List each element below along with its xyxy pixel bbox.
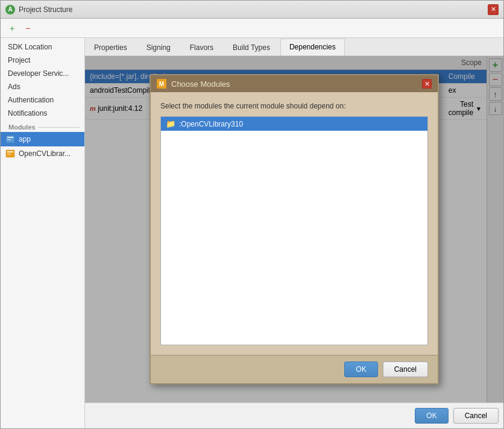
opencv-module-icon bbox=[5, 149, 15, 158]
sidebar-item-app[interactable]: app bbox=[1, 132, 84, 146]
sidebar-item-opencv[interactable]: OpenCVLibrar... bbox=[1, 146, 84, 161]
svg-rect-4 bbox=[7, 151, 13, 152]
sidebar-item-authentication[interactable]: Authentication bbox=[1, 93, 84, 107]
modal-ok-button[interactable]: OK bbox=[344, 362, 377, 377]
title-bar: A Project Structure ✕ bbox=[1, 1, 503, 19]
main-panel: Properties Signing Flavors Build Types D… bbox=[85, 38, 503, 428]
sidebar-item-ads[interactable]: Ads bbox=[1, 80, 84, 93]
modal-app-icon: M bbox=[157, 79, 166, 89]
svg-rect-2 bbox=[7, 139, 11, 140]
tab-properties[interactable]: Properties bbox=[85, 39, 136, 55]
sidebar-item-developer-services[interactable]: Developer Servic... bbox=[1, 67, 84, 80]
modal-body: Select the modules the current module sh… bbox=[151, 92, 438, 355]
main-window: A Project Structure ✕ + − SDK Location P… bbox=[0, 0, 504, 429]
tab-flavors[interactable]: Flavors bbox=[181, 39, 222, 55]
modal-footer: OK Cancel bbox=[151, 355, 438, 383]
sidebar-item-notifications[interactable]: Notifications bbox=[1, 107, 84, 120]
app-module-icon bbox=[5, 134, 15, 144]
tab-build-types[interactable]: Build Types bbox=[224, 39, 279, 55]
module-list-item[interactable]: 📁 :OpenCVLibrary310 bbox=[161, 117, 427, 131]
modal-instruction: Select the modules the current module sh… bbox=[160, 102, 428, 110]
module-list-item-label: :OpenCVLibrary310 bbox=[179, 120, 243, 128]
ok-button[interactable]: OK bbox=[415, 408, 448, 424]
tab-dependencies[interactable]: Dependencies bbox=[280, 39, 345, 55]
module-list: 📁 :OpenCVLibrary310 bbox=[160, 116, 428, 345]
modal-title: Choose Modules bbox=[171, 80, 230, 89]
modal-overlay: M Choose Modules ✕ Select the modules th… bbox=[85, 56, 503, 402]
title-bar-left: A Project Structure bbox=[5, 5, 72, 14]
window-close-button[interactable]: ✕ bbox=[488, 4, 499, 15]
sidebar-item-app-label: app bbox=[19, 135, 31, 143]
tab-signing[interactable]: Signing bbox=[137, 39, 180, 55]
modal-title-bar: M Choose Modules ✕ bbox=[151, 75, 438, 92]
svg-rect-1 bbox=[7, 137, 13, 138]
tabs-bar: Properties Signing Flavors Build Types D… bbox=[85, 38, 503, 56]
bottom-bar: OK Cancel bbox=[85, 402, 503, 428]
modal-cancel-button[interactable]: Cancel bbox=[383, 362, 428, 377]
modal-close-button[interactable]: ✕ bbox=[422, 79, 432, 89]
modules-section-header: Modules bbox=[1, 120, 84, 132]
modal-title-left: M Choose Modules bbox=[157, 79, 230, 89]
cancel-button[interactable]: Cancel bbox=[453, 408, 499, 424]
sidebar: SDK Location Project Developer Servic...… bbox=[1, 38, 85, 428]
window-title: Project Structure bbox=[19, 5, 72, 14]
sidebar-item-project[interactable]: Project bbox=[1, 54, 84, 67]
toolbar: + − bbox=[1, 19, 503, 38]
choose-modules-dialog: M Choose Modules ✕ Select the modules th… bbox=[150, 74, 439, 384]
svg-rect-5 bbox=[7, 154, 11, 155]
sidebar-item-sdk-location[interactable]: SDK Location bbox=[1, 40, 84, 54]
content-area: SDK Location Project Developer Servic...… bbox=[1, 38, 503, 428]
toolbar-add-button[interactable]: + bbox=[5, 22, 19, 35]
app-icon: A bbox=[5, 5, 15, 14]
sidebar-item-opencv-label: OpenCVLibrar... bbox=[19, 149, 71, 158]
toolbar-remove-button[interactable]: − bbox=[21, 22, 34, 35]
folder-icon: 📁 bbox=[166, 119, 175, 128]
